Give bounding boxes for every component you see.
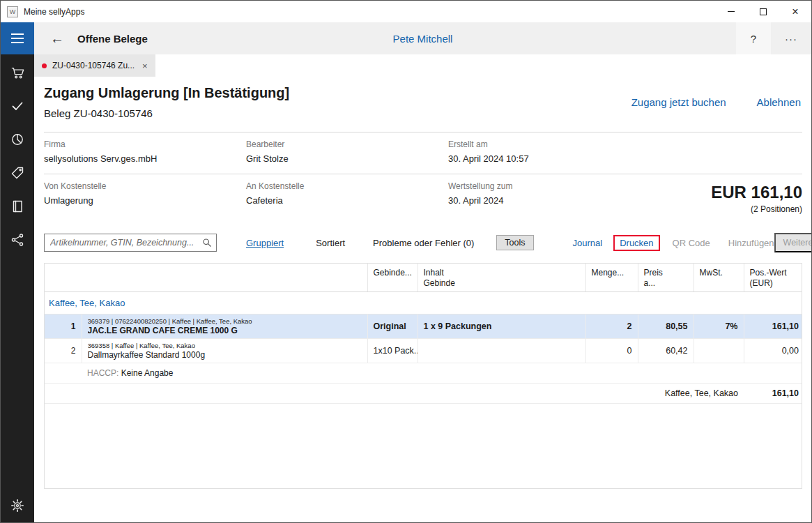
maximize-button[interactable] [747,1,779,22]
article-cell: 369358 | Kaffee | Kaffee, Tee, Kakao Dal… [82,339,367,363]
tools-button[interactable]: Tools [496,235,533,250]
qr-code-button[interactable]: QR Code [673,238,710,248]
app-window: W Meine sellyApps × ← Offene Belege Pete… [0,0,812,523]
minimize-icon [728,11,735,12]
sidebar-item-tasks[interactable] [1,89,34,123]
info-bearbeiter: Bearbeiter Grit Stolze [246,139,448,164]
table-row[interactable]: 1 369379 | 07622400820250 | Kaffee | Kaf… [45,314,802,339]
group-header-row[interactable]: Kaffee, Tee, Kakao [45,292,802,314]
col-header-pos [45,264,82,292]
document-title: Zugang Umlagerung [In Bestätigung] [44,85,289,101]
info-firma: Firma sellysolutions Serv.ges.mbH [44,139,246,164]
hamburger-icon [11,33,24,35]
menge-cell: 0 [585,339,638,363]
col-header-preis: Preisa... [638,264,694,292]
info-value: Umlagerung [44,195,246,206]
more-actions-label: Weitere [783,238,812,248]
search-icon[interactable] [202,238,212,248]
article-search [44,234,217,252]
cart-icon [10,66,24,79]
info-value: 30. April 2024 [448,195,650,206]
article-name: JAC.LE GRAND CAFE CREME 1000 G [88,326,362,335]
info-label: Firma [44,139,246,149]
help-button[interactable]: ? [736,22,771,54]
document-number: Beleg ZU-0430-105746 [44,107,289,119]
app-body: ZU-0430-105746 Zu... × Zugang Umlagerung… [1,54,811,522]
haccp-label: HACCP: [87,368,118,378]
positions-table: Gebinde... InhaltGebinde Menge... Preisa… [45,264,802,404]
tab-bar: ZU-0430-105746 Zu... × [34,54,811,77]
maximize-icon [760,8,767,15]
inhalt-cell [418,339,585,363]
info-row-2: Von Kostenstelle Umlagerung An Kostenste… [44,174,802,224]
more-options-button[interactable]: ··· [771,22,811,54]
hamburger-menu-button[interactable] [1,22,34,54]
grouped-toggle[interactable]: Gruppiert [246,238,284,248]
mwst-cell: 7% [694,314,744,339]
position-number: 1 [45,314,82,339]
mwst-cell [694,339,744,363]
info-label: An Kostenstelle [246,181,448,191]
wert-cell: 161,10 [744,314,802,339]
total-block: EUR 161,10 (2 Positionen) [711,183,802,214]
positions-toolbar: Gruppiert Sortiert Probleme oder Fehler … [44,231,802,255]
journal-button[interactable]: Journal [573,238,603,248]
close-icon: × [792,6,798,17]
total-positions: (2 Positionen) [711,204,802,214]
sidebar-item-reports[interactable] [1,123,34,156]
problems-filter[interactable]: Probleme oder Fehler (0) [373,238,474,248]
unsaved-dot-icon [42,63,47,68]
positions-table-container: Gebinde... InhaltGebinde Menge... Preisa… [44,263,802,489]
sidebar-item-journal[interactable] [1,190,34,223]
info-label: Erstellt am [448,139,650,149]
info-label: Von Kostenstelle [44,181,246,191]
search-input[interactable] [44,234,217,252]
back-button[interactable]: ← [50,31,64,47]
gebinde-cell: Original [367,314,418,339]
minimize-button[interactable] [715,1,747,22]
journal-icon [10,199,24,213]
document-view: Zugang Umlagerung [In Bestätigung] Beleg… [34,77,811,522]
wert-cell: 0,00 [744,339,802,363]
tab-document[interactable]: ZU-0430-105746 Zu... × [34,54,155,77]
info-erstellt-am: Erstellt am 30. April 2024 10:57 [448,139,650,164]
position-number: 2 [45,339,82,363]
user-name-link[interactable]: Pete Mitchell [393,33,453,45]
summary-value: 161,10 [744,384,802,404]
total-amount: EUR 161,10 [711,183,802,202]
more-actions-button[interactable]: Weitere [774,233,812,252]
group-label: Kaffee, Tee, Kakao [45,292,802,314]
window-title: Meine sellyApps [24,7,84,17]
book-now-button[interactable]: Zugang jetzt buchen [631,96,726,108]
info-wertstellung: Wertstellung zum 30. April 2024 [448,181,650,214]
table-row[interactable]: 2 369358 | Kaffee | Kaffee, Tee, Kakao D… [45,339,802,363]
sidebar [1,54,34,522]
add-position-button[interactable]: Hinzufügen [728,238,774,248]
preis-cell: 80,55 [638,314,694,339]
tab-close-icon[interactable]: × [142,61,148,71]
article-cell: 369379 | 07622400820250 | Kaffee | Kaffe… [82,314,367,339]
col-header-gebinde: Gebinde... [367,264,418,292]
sorted-toggle[interactable]: Sortiert [316,238,345,248]
info-von-kostenstelle: Von Kostenstelle Umlagerung [44,181,246,214]
info-label: Wertstellung zum [448,181,650,191]
close-button[interactable]: × [779,1,811,22]
sidebar-item-labels[interactable] [1,156,34,190]
reject-button[interactable]: Ablehnen [757,96,801,108]
info-value: Grit Stolze [246,153,448,164]
sidebar-item-settings[interactable] [1,489,34,522]
print-button[interactable]: Drucken [620,238,653,248]
sidebar-item-cart[interactable] [1,56,34,89]
info-an-kostenstelle: An Kostenstelle Cafeteria [246,181,448,214]
document-actions: Zugang jetzt buchen Ablehnen [631,96,802,108]
header-actions: ? ··· [736,22,811,54]
sidebar-item-share[interactable] [1,223,34,257]
article-name: Dallmayrkaffee Standard 1000g [88,350,362,360]
page-title: Offene Belege [77,33,148,45]
col-header-description [82,264,367,292]
checkmark-icon [10,99,24,113]
haccp-cell: HACCP: Keine Angabe [82,363,802,384]
group-summary-row: Kaffee, Tee, Kakao 161,10 [45,384,802,404]
inhalt-cell: 1 x 9 Packungen [418,314,585,339]
haccp-row: HACCP: Keine Angabe [45,363,802,384]
